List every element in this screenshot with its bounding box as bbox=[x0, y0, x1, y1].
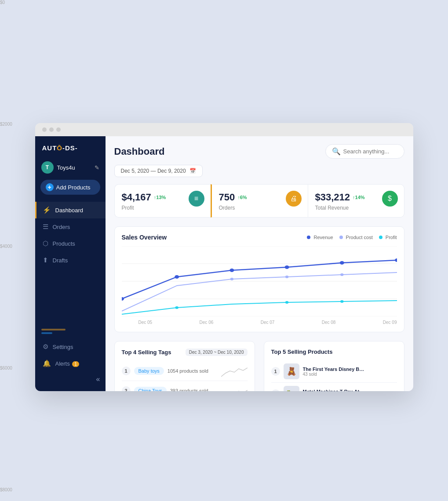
legend-profit: Profit bbox=[379, 235, 397, 240]
tag-rank-2: 2 bbox=[122, 386, 131, 391]
svg-point-7 bbox=[229, 269, 234, 272]
search-input[interactable] bbox=[343, 148, 405, 155]
progress-bar-1 bbox=[41, 329, 66, 330]
calendar-icon: 📅 bbox=[189, 168, 196, 174]
sidebar-item-label: Alerts 1 bbox=[55, 360, 79, 367]
svg-point-6 bbox=[175, 275, 179, 279]
sidebar-item-alerts[interactable]: 🔔 Alerts 1 bbox=[35, 355, 106, 372]
legend-dot-revenue bbox=[307, 236, 310, 239]
sidebar-progress bbox=[35, 324, 106, 338]
svg-point-13 bbox=[340, 273, 344, 276]
stat-change-profit: ↑13% bbox=[154, 195, 166, 200]
edit-icon[interactable]: ✎ bbox=[95, 164, 99, 171]
stat-card-revenue: $33,212 ↑14% Total Revenue $ bbox=[308, 184, 404, 218]
tag-row: 1 Baby toys 1054 products sold bbox=[122, 361, 248, 381]
product-rank-2: 2 bbox=[271, 389, 280, 391]
date-range-label: Dec 5, 2020 — Dec 9, 2020 bbox=[121, 168, 186, 174]
sidebar-item-label: Settings bbox=[53, 344, 73, 350]
tags-section-title: Top 4 Selling Tags bbox=[122, 349, 171, 356]
sidebar-item-label: Dashboard bbox=[55, 207, 84, 214]
orders-icon: ☰ bbox=[43, 223, 48, 231]
sidebar-bottom: ⚙ Settings 🔔 Alerts 1 « bbox=[35, 338, 106, 391]
main-content: Dashboard 🔍 Dec 5, 2020 — Dec 9, 2020 📅 … bbox=[106, 136, 413, 391]
product-rank-1: 1 bbox=[271, 367, 280, 376]
sidebar-item-settings[interactable]: ⚙ Settings bbox=[35, 338, 106, 355]
svg-point-14 bbox=[175, 306, 178, 309]
tag-row: 2 China Toys 393 products sold bbox=[122, 381, 248, 391]
main-header: Dashboard 🔍 bbox=[106, 136, 413, 165]
tags-section-header: Top 4 Selling Tags Dec 3, 2020 ~ Dec 10,… bbox=[122, 349, 248, 356]
sidebar-user[interactable]: T Toys4u ✎ bbox=[35, 158, 106, 180]
chart-svg bbox=[122, 246, 397, 316]
tags-section: Top 4 Selling Tags Dec 3, 2020 ~ Dec 10,… bbox=[114, 341, 255, 391]
add-products-label: Add Products bbox=[56, 184, 91, 191]
chart-title: Sales Overview bbox=[122, 234, 167, 241]
alerts-badge: 1 bbox=[72, 361, 79, 367]
app-container: AUTŌ-DS- T Toys4u ✎ + Add Products ⚡ Das… bbox=[35, 136, 413, 391]
plus-icon: + bbox=[46, 183, 54, 191]
tag-label-2[interactable]: China Toys bbox=[134, 387, 167, 391]
page-title: Dashboard bbox=[114, 146, 165, 157]
tag-rank-1: 1 bbox=[122, 367, 131, 375]
stat-icon-profit: ≡ bbox=[189, 191, 204, 207]
sidebar-item-label: Drafts bbox=[53, 257, 68, 264]
settings-icon: ⚙ bbox=[43, 343, 48, 351]
sidebar-user-inner: T Toys4u bbox=[41, 161, 75, 174]
products-section-header: Top 5 Selling Products bbox=[271, 349, 397, 355]
products-icon: ⬡ bbox=[43, 240, 48, 247]
product-info-1: The First Years Disney Bab... 43 sold bbox=[303, 367, 397, 377]
svg-point-10 bbox=[394, 258, 397, 262]
chart-header: Sales Overview Revenue Product cost P bbox=[122, 234, 397, 241]
stat-change-revenue: ↑14% bbox=[353, 195, 365, 200]
sidebar: AUTŌ-DS- T Toys4u ✎ + Add Products ⚡ Das… bbox=[35, 136, 106, 391]
browser-window: AUTŌ-DS- T Toys4u ✎ + Add Products ⚡ Das… bbox=[35, 123, 413, 391]
stat-label-revenue: Total Revenue bbox=[315, 205, 397, 211]
svg-point-16 bbox=[340, 300, 344, 303]
sidebar-item-orders[interactable]: ☰ Orders bbox=[35, 218, 106, 235]
sidebar-item-products[interactable]: ⬡ Products bbox=[35, 235, 106, 252]
svg-point-12 bbox=[285, 276, 288, 278]
stats-row: $4,167 ↑13% Profit ≡ 750 ↑6% Orders 🖨 bbox=[114, 184, 404, 218]
tag-label-1[interactable]: Baby toys bbox=[134, 367, 164, 375]
sidebar-logo: AUTŌ-DS- bbox=[35, 136, 106, 158]
search-bar[interactable]: 🔍 bbox=[325, 144, 404, 159]
sidebar-item-drafts[interactable]: ⬆ Drafts bbox=[35, 252, 106, 269]
stat-icon-revenue: $ bbox=[382, 191, 398, 207]
tag-count-1: 1054 products sold bbox=[168, 368, 218, 374]
avatar: T bbox=[41, 161, 54, 174]
drafts-icon: ⬆ bbox=[43, 256, 48, 264]
stat-icon-orders: 🖨 bbox=[286, 191, 302, 207]
legend-product-cost: Product cost bbox=[339, 235, 373, 240]
add-products-button[interactable]: + Add Products bbox=[40, 180, 100, 195]
user-name: Toys4u bbox=[57, 164, 75, 171]
collapse-button[interactable]: « bbox=[35, 372, 106, 387]
product-row: 2 🦖 Metal Machines T-Rex Atta... 38 sold bbox=[271, 383, 397, 391]
alerts-icon: 🔔 bbox=[43, 359, 51, 367]
tag-sparkline-2 bbox=[221, 384, 248, 391]
tag-sparkline-1 bbox=[221, 364, 248, 378]
legend-revenue: Revenue bbox=[307, 235, 333, 240]
stat-label-profit: Profit bbox=[122, 205, 204, 211]
chart-section: Sales Overview Revenue Product cost P bbox=[114, 226, 404, 332]
sidebar-item-dashboard[interactable]: ⚡ Dashboard bbox=[35, 202, 106, 218]
product-sold-1: 43 sold bbox=[303, 372, 397, 377]
tags-date-range[interactable]: Dec 3, 2020 ~ Dec 10, 2020 bbox=[186, 349, 248, 356]
bottom-row: Top 4 Selling Tags Dec 3, 2020 ~ Dec 10,… bbox=[114, 341, 404, 391]
stat-card-orders: 750 ↑6% Orders 🖨 bbox=[211, 184, 308, 218]
date-range-picker[interactable]: Dec 5, 2020 — Dec 9, 2020 📅 bbox=[114, 165, 203, 177]
legend-dot-profit bbox=[379, 236, 382, 239]
product-row: 1 🧸 The First Years Disney Bab... 43 sol… bbox=[271, 360, 397, 383]
chart-area bbox=[122, 246, 397, 318]
svg-point-9 bbox=[339, 261, 344, 265]
sidebar-item-label: Orders bbox=[53, 224, 70, 230]
browser-bar bbox=[35, 123, 413, 136]
stat-change-orders: ↑6% bbox=[237, 195, 247, 200]
product-name-1: The First Years Disney Bab... bbox=[303, 367, 364, 372]
product-name-2: Metal Machines T-Rex Atta... bbox=[303, 389, 364, 392]
product-thumb-1: 🧸 bbox=[284, 363, 299, 379]
product-thumb-2: 🦖 bbox=[284, 386, 299, 391]
chart-legend: Revenue Product cost Profit bbox=[307, 235, 397, 240]
stat-label-orders: Orders bbox=[219, 205, 301, 211]
progress-bar-2 bbox=[41, 332, 52, 334]
browser-dot-2 bbox=[49, 127, 54, 132]
